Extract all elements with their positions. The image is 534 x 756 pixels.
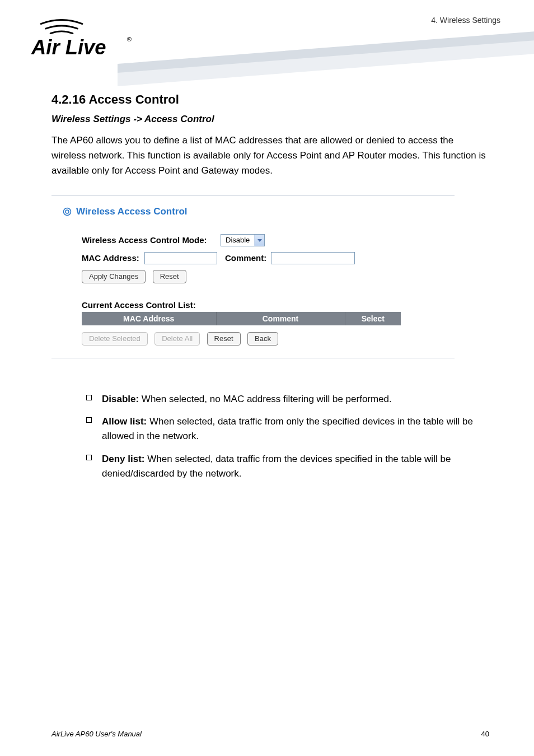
chevron-down-icon[interactable] <box>254 235 264 246</box>
comment-label: Comment: <box>225 253 266 263</box>
logo: Air Live ® <box>31 18 133 62</box>
comment-input[interactable] <box>271 252 355 264</box>
mode-select[interactable]: Disable <box>221 234 265 246</box>
footer-page-number: 40 <box>481 730 489 738</box>
svg-marker-2 <box>118 34 534 86</box>
bullet-desc: When selected, no MAC address filtering … <box>139 394 392 404</box>
bullet-square-icon <box>86 455 92 460</box>
list-item: Allow list: When selected, data traffic … <box>86 414 489 444</box>
list-item: Disable: When selected, no MAC address f… <box>86 392 489 407</box>
bullet-term: Allow list: <box>102 416 147 427</box>
apply-changes-button[interactable]: Apply Changes <box>82 270 146 283</box>
mac-label: MAC Address: <box>82 253 140 263</box>
reset-list-button[interactable]: Reset <box>207 332 241 346</box>
acl-col-mac: MAC Address <box>82 312 216 325</box>
bullet-desc: When selected, data traffic from only th… <box>102 416 473 441</box>
delete-selected-button[interactable]: Delete Selected <box>82 332 148 346</box>
mode-label: Wireless Access Control Mode: <box>82 235 221 245</box>
section-paragraph: The AP60 allows you to define a list of … <box>51 133 489 179</box>
panel-title: Wireless Access Control <box>76 206 188 217</box>
bullet-desc: When selected, data traffic from the dev… <box>102 454 451 479</box>
list-item: Deny list: When selected, data traffic f… <box>86 452 489 482</box>
svg-point-4 <box>65 210 69 213</box>
bullet-term: Disable: <box>102 394 139 404</box>
target-icon <box>63 207 72 216</box>
breadcrumb: 4. Wireless Settings <box>431 16 500 25</box>
svg-text:Air Live: Air Live <box>31 36 106 59</box>
logo-text: ir Live <box>46 36 106 59</box>
acl-list-title: Current Access Control List: <box>82 300 443 310</box>
section-title: 4.2.16 Access Control <box>51 92 489 107</box>
acl-col-comment: Comment <box>216 312 345 325</box>
header-decoration <box>118 25 534 86</box>
footer-manual-title: AirLive AP60 User's Manual <box>51 730 142 738</box>
bullet-square-icon <box>86 417 92 423</box>
wireless-access-control-panel: Wireless Access Control Wireless Access … <box>51 195 455 358</box>
bullet-list: Disable: When selected, no MAC address f… <box>51 392 489 482</box>
registered-mark: ® <box>127 36 132 43</box>
acl-table: MAC Address Comment Select <box>82 312 401 325</box>
acl-col-select: Select <box>345 312 401 325</box>
svg-point-3 <box>64 208 71 215</box>
section-subhead: Wireless Settings -> Access Control <box>51 114 489 125</box>
bullet-square-icon <box>86 395 92 400</box>
svg-marker-1 <box>118 25 534 74</box>
mode-select-value: Disable <box>221 236 254 244</box>
svg-marker-5 <box>257 239 262 242</box>
mac-input[interactable] <box>144 252 217 264</box>
back-button[interactable]: Back <box>247 332 278 346</box>
bullet-term: Deny list: <box>102 454 145 464</box>
reset-button[interactable]: Reset <box>153 270 186 283</box>
delete-all-button[interactable]: Delete All <box>154 332 200 346</box>
